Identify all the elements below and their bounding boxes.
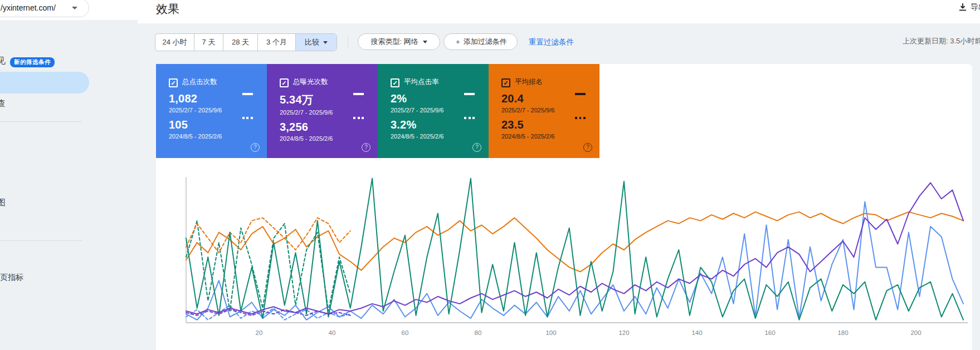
- dashed-line-legend-icon: [464, 117, 475, 119]
- metric-card-label: 平均排名: [515, 78, 543, 86]
- metric-period-current: 2025/2/7 - 2025/9/6: [391, 107, 489, 114]
- x-tick-label: 120: [618, 329, 629, 336]
- performance-line-chart[interactable]: 20406080100120140160180200: [156, 167, 980, 350]
- sidebar-item-fragment-3[interactable]: 图: [0, 198, 6, 208]
- metric-period-current: 2025/2/7 - 2025/9/6: [501, 107, 599, 114]
- metric-period-previous: 2024/8/5 - 2025/2/6: [391, 133, 489, 140]
- compare-label: 比较: [305, 37, 319, 47]
- chevron-down-icon: [72, 7, 77, 9]
- x-tick-label: 80: [475, 329, 482, 336]
- sidebar-item-selected[interactable]: [0, 72, 89, 93]
- checkbox-checked-icon[interactable]: ✓: [280, 78, 289, 87]
- sidebar-item-fragment-4[interactable]: 页指标: [0, 273, 23, 283]
- reset-filters-link[interactable]: 重置过滤条件: [529, 37, 574, 47]
- compare-dropdown[interactable]: 比较: [296, 34, 337, 51]
- dashed-line-legend-icon: [242, 117, 253, 119]
- checkbox-checked-icon[interactable]: ✓: [169, 78, 178, 87]
- x-tick-label: 200: [910, 329, 921, 336]
- dashed-line-legend-icon: [575, 117, 586, 119]
- metric-period-previous: 2024/8/5 - 2025/2/6: [501, 133, 599, 140]
- x-tick-label: 100: [545, 329, 556, 336]
- metric-period-current: 2025/2/7 - 2025/9/6: [280, 109, 378, 116]
- chevron-down-icon: [423, 41, 427, 43]
- metric-value-previous: 3.2%: [391, 119, 489, 131]
- checkbox-checked-icon[interactable]: ✓: [391, 78, 399, 87]
- metric-card-position[interactable]: ✓平均排名 20.4 2025/2/7 - 2025/9/6 23.5 2024…: [489, 64, 599, 158]
- x-tick-label: 40: [329, 329, 336, 336]
- property-selector-value: /yxinternet.com/: [1, 3, 56, 12]
- metric-card-clicks[interactable]: ✓总点击次数 1,082 2025/2/7 - 2025/9/6 105 202…: [156, 64, 267, 158]
- metric-card-impressions[interactable]: ✓总曝光次数 5.34万 2025/2/7 - 2025/9/6 3,256 2…: [267, 64, 378, 158]
- metric-value-previous: 23.5: [501, 119, 599, 131]
- help-icon[interactable]: ?: [583, 143, 592, 152]
- date-range-segmented-control: 24 小时 7 天 28 天 3 个月 比较: [155, 33, 337, 51]
- metric-card-label: 平均点击率: [404, 78, 439, 86]
- solid-line-legend-icon: [575, 93, 586, 95]
- metric-period-current: 2025/2/7 - 2025/9/6: [169, 107, 267, 114]
- sidebar-divider: [0, 121, 82, 122]
- solid-line-legend-icon: [242, 93, 253, 95]
- metric-period-previous: 2024/8/5 - 2025/2/6: [169, 133, 267, 140]
- date-range-24h[interactable]: 24 小时: [155, 34, 194, 51]
- sidebar-item-fragment-2[interactable]: 查: [0, 98, 6, 109]
- add-filter-label: ＋ 添加过滤条件: [454, 37, 507, 47]
- download-icon: [958, 3, 967, 12]
- metric-card-label: 总曝光次数: [293, 78, 328, 86]
- date-range-7d[interactable]: 7 天: [194, 34, 223, 51]
- chart-line: [186, 179, 963, 320]
- filter-separator: [348, 35, 348, 48]
- x-tick-label: 160: [764, 329, 775, 336]
- x-tick-label: 180: [837, 329, 848, 336]
- help-icon[interactable]: ?: [472, 143, 481, 152]
- search-type-label: 搜索类型: 网络: [370, 37, 418, 47]
- checkbox-checked-icon[interactable]: ✓: [501, 78, 510, 87]
- solid-line-legend-icon: [464, 93, 475, 95]
- metric-card-ctr[interactable]: ✓平均点击率 2% 2025/2/7 - 2025/9/6 3.2% 2024/…: [378, 64, 489, 158]
- new-filter-badge: 新的筛选条件: [10, 57, 55, 67]
- help-icon[interactable]: ?: [362, 143, 370, 152]
- sidebar: [0, 0, 138, 350]
- add-filter-button[interactable]: ＋ 添加过滤条件: [443, 33, 518, 50]
- sidebar-divider: [0, 240, 82, 241]
- app-header: [0, 0, 980, 24]
- last-updated-text: 上次更新日期: 3.5小时前: [903, 36, 980, 46]
- dashed-line-legend-icon: [353, 117, 364, 119]
- help-icon[interactable]: ?: [251, 143, 260, 152]
- export-label: 导出: [971, 2, 980, 12]
- solid-line-legend-icon: [353, 93, 364, 95]
- chevron-down-icon: [323, 41, 328, 44]
- date-range-3m[interactable]: 3 个月: [258, 34, 296, 51]
- metric-value-previous: 105: [169, 119, 267, 131]
- metric-period-previous: 2024/8/5 - 2025/2/6: [280, 135, 378, 142]
- property-selector[interactable]: /yxinternet.com/: [0, 0, 89, 17]
- metric-card-label: 总点击次数: [182, 78, 217, 86]
- x-tick-label: 140: [691, 329, 702, 336]
- export-button[interactable]: 导出: [958, 2, 980, 12]
- metric-value-previous: 3,256: [280, 121, 378, 134]
- chart-line: [186, 202, 963, 320]
- date-range-28d[interactable]: 28 天: [223, 34, 258, 51]
- x-tick-label: 20: [256, 329, 263, 336]
- metric-cards-row: ✓总点击次数 1,082 2025/2/7 - 2025/9/6 105 202…: [156, 64, 599, 158]
- x-tick-label: 60: [402, 329, 409, 336]
- search-type-dropdown[interactable]: 搜索类型: 网络: [358, 33, 440, 50]
- search-console-performance-page: 效果 导出 /yxinternet.com/ 见 新的筛选条件 查 图 页指标 …: [0, 0, 980, 350]
- sidebar-item-fragment-1[interactable]: 见: [0, 56, 6, 66]
- page-title: 效果: [156, 1, 179, 17]
